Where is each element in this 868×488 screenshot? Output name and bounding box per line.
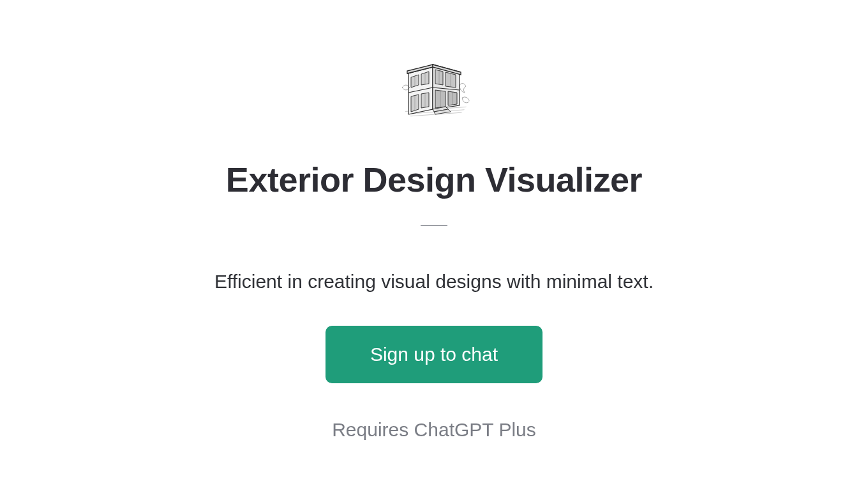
landing-page: Exterior Design Visualizer Efficient in … (0, 0, 868, 488)
house-sketch-icon (396, 48, 472, 127)
signup-button[interactable]: Sign up to chat (326, 326, 542, 383)
page-title: Exterior Design Visualizer (226, 160, 642, 199)
requires-label: Requires ChatGPT Plus (332, 419, 536, 441)
page-description: Efficient in creating visual designs wit… (214, 271, 654, 293)
title-divider (421, 225, 447, 226)
avatar (393, 46, 475, 129)
